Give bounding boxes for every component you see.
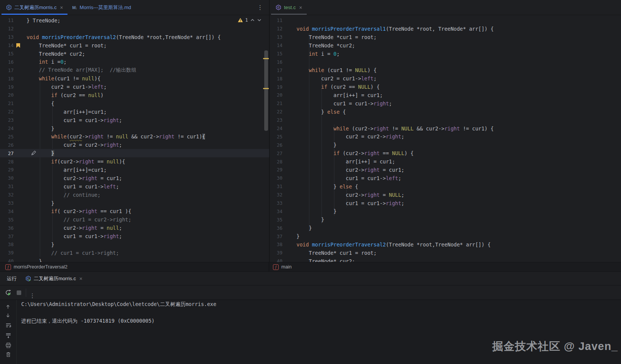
code-line-14[interactable]: 14 TreeNode* cur1 = root;	[0, 41, 269, 50]
code-line-25[interactable]: 25 while(cur2->right != null && cur2->ri…	[0, 132, 269, 141]
code-line-11[interactable]: 11} TreeNode;	[0, 16, 269, 25]
next-warning-icon[interactable]	[257, 19, 262, 22]
code-line-28[interactable]: 28 if(cur2->right == null){	[0, 157, 269, 166]
warning-stripe-mark[interactable]	[263, 88, 269, 89]
code-line-36[interactable]: 36 cur2->right = null;	[0, 224, 269, 232]
code-line-18[interactable]: 18 while(cur1 != null){	[0, 74, 269, 83]
tab-morris-md[interactable]: M↓ Morris---莫里斯算法.md	[67, 0, 135, 15]
scroll-up-icon[interactable]	[5, 304, 11, 309]
code-line-23[interactable]: 23 cur1 = cur1->right;	[0, 116, 269, 124]
line-number: 12	[0, 26, 14, 31]
code-line-20[interactable]: 20 if (cur2 == null)	[0, 91, 269, 99]
code-line-12[interactable]: 12	[0, 25, 269, 33]
code-line-36[interactable]: 36 }	[270, 224, 621, 232]
close-icon[interactable]: ×	[299, 5, 302, 11]
code-line-38[interactable]: 38void morrisPreorderTraversal2(TreeNode…	[270, 240, 621, 249]
code-line-13[interactable]: 13 TreeNode *cur1 = root;	[270, 33, 621, 41]
run-tab[interactable]: C 二叉树遍历morris.c ×	[21, 272, 89, 285]
code-line-19[interactable]: 19 if (cur2 == NULL) {	[270, 83, 621, 91]
soft-wrap-icon[interactable]	[5, 322, 11, 328]
rerun-icon[interactable]	[5, 289, 11, 296]
gutter-icons	[14, 207, 27, 215]
code-line-27[interactable]: 27 if (cur2->right == NULL) {	[270, 149, 621, 157]
code-line-31[interactable]: 31 cur1 = cur1->left;	[0, 182, 269, 191]
code-line-18[interactable]: 18 cur2 = cur1->left;	[270, 74, 621, 83]
code-line-14[interactable]: 14 TreeNode *cur2;	[270, 41, 621, 50]
code-text: arr[i++]=cur1;	[27, 167, 107, 173]
code-line-29[interactable]: 29 arr[i++]=cur1;	[0, 166, 269, 174]
close-icon[interactable]: ×	[60, 5, 63, 11]
breadcrumb[interactable]: f main	[273, 262, 292, 271]
code-line-34[interactable]: 34 }	[270, 207, 621, 215]
close-icon[interactable]: ×	[79, 276, 82, 282]
code-line-16[interactable]: 16 int i =0;	[0, 58, 269, 66]
code-line-16[interactable]: 16	[270, 58, 621, 66]
line-number: 17	[0, 67, 14, 73]
code-line-20[interactable]: 20 arr[i++] = cur1;	[270, 91, 621, 99]
prev-warning-icon[interactable]	[250, 19, 255, 22]
inspection-widget[interactable]: 1	[238, 17, 262, 23]
clear-console-icon[interactable]	[5, 351, 11, 358]
code-line-23[interactable]: 23	[270, 116, 621, 124]
bookmark-icon[interactable]	[16, 43, 20, 48]
code-line-39[interactable]: 39 TreeNode* cur1 = root;	[270, 249, 621, 257]
breadcrumb-function: morrisPreorderTraversal2	[14, 264, 67, 270]
code-line-39[interactable]: 39 // cur1 = cur1->right;	[0, 249, 269, 257]
code-line-28[interactable]: 28 arr[i++] = cur1;	[270, 157, 621, 166]
tab-test-c[interactable]: C test.c ×	[271, 0, 307, 15]
code-text: }	[27, 242, 54, 248]
code-line-19[interactable]: 19 cur2 = cur1->left;	[0, 83, 269, 91]
code-line-15[interactable]: 15 int i = 0;	[270, 50, 621, 58]
code-line-33[interactable]: 33 }	[0, 199, 269, 207]
tab-morris-c[interactable]: C 二叉树遍历morris.c ×	[2, 0, 67, 15]
code-line-25[interactable]: 25 cur2 = cur2->right;	[270, 132, 621, 141]
code-line-34[interactable]: 34 if( cur2->right == cur1 ){	[0, 207, 269, 215]
line-number: 26	[0, 142, 14, 148]
run-tab-label: 二叉树遍历morris.c	[34, 275, 76, 282]
console-output[interactable]: C:\Users\Administrator\Desktop\Code\leet…	[21, 301, 617, 326]
gutter-icons	[282, 132, 296, 141]
code-text: }	[296, 217, 324, 223]
code-line-17[interactable]: 17 while (cur1 != NULL) {	[270, 66, 621, 74]
code-line-33[interactable]: 33 cur1 = cur1->right;	[270, 199, 621, 207]
code-line-15[interactable]: 15 TreeNode* cur2;	[0, 50, 269, 58]
code-line-26[interactable]: 26 cur2 = cur2->right;	[0, 141, 269, 149]
code-text: }	[296, 142, 337, 148]
code-line-35[interactable]: 35 }	[270, 215, 621, 224]
breadcrumb[interactable]: f morrisPreorderTraversal2	[5, 262, 67, 271]
more-options-icon[interactable]: ⋮	[257, 0, 263, 15]
code-line-40[interactable]: 40 }	[0, 257, 269, 262]
code-line-17[interactable]: 17 // TreeNode arr[MAX]; //输出数组	[0, 66, 269, 74]
code-line-21[interactable]: 21 {	[0, 99, 269, 108]
code-line-22[interactable]: 22 } else {	[270, 108, 621, 116]
code-line-21[interactable]: 21 cur1 = cur1->right;	[270, 99, 621, 108]
stop-icon[interactable]	[17, 290, 21, 295]
code-line-26[interactable]: 26 }	[270, 141, 621, 149]
scroll-to-end-icon[interactable]	[5, 333, 11, 339]
code-line-38[interactable]: 38 }	[0, 240, 269, 249]
warning-stripe-mark[interactable]	[263, 58, 269, 59]
print-icon[interactable]	[5, 342, 11, 348]
code-line-29[interactable]: 29 cur2->right = cur1;	[270, 166, 621, 174]
code-line-40[interactable]: 40 TreeNode* cur2;	[270, 257, 621, 262]
code-line-13[interactable]: 13void morrisPreorderTraversal2(TreeNode…	[0, 33, 269, 41]
code-line-37[interactable]: 37 cur1 = cur1->right;	[0, 232, 269, 240]
code-line-11[interactable]: 11	[270, 16, 621, 25]
code-line-27[interactable]: 27 }	[0, 149, 269, 157]
run-tool-label[interactable]: 运行	[7, 272, 17, 285]
code-line-30[interactable]: 30 cur1 = cur1->left;	[270, 174, 621, 182]
code-line-30[interactable]: 30 cur2->right = cur1;	[0, 174, 269, 182]
code-line-12[interactable]: 12void morrisPreorderTraversal1(TreeNode…	[270, 25, 621, 33]
code-line-31[interactable]: 31 } else {	[270, 182, 621, 191]
left-editor[interactable]: 1 11} TreeNode;1213void morrisPreorderTr…	[0, 15, 269, 262]
code-line-37[interactable]: 37}	[270, 232, 621, 240]
code-line-24[interactable]: 24 }	[0, 124, 269, 133]
code-line-32[interactable]: 32 cur2->right = NULL;	[270, 191, 621, 199]
scroll-down-icon[interactable]	[5, 313, 11, 318]
code-line-22[interactable]: 22 arr[i++]=cur1;	[0, 108, 269, 116]
right-editor[interactable]: 1112void morrisPreorderTraversal1(TreeNo…	[269, 15, 621, 262]
scrollbar-thumb[interactable]	[264, 50, 268, 131]
code-line-32[interactable]: 32 // continue;	[0, 191, 269, 199]
code-line-35[interactable]: 35 // cur1 = cur2->right;	[0, 215, 269, 224]
code-line-24[interactable]: 24 while (cur2->right != NULL && cur2->r…	[270, 124, 621, 133]
